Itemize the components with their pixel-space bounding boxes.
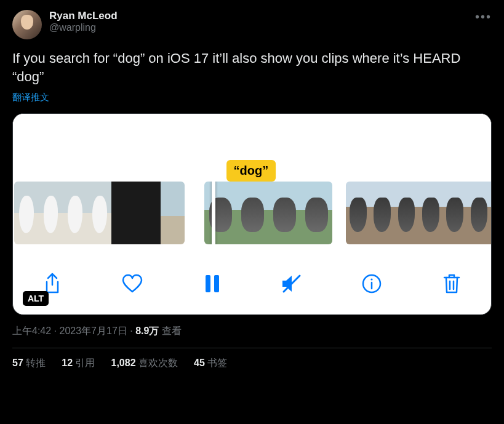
tweet-date[interactable]: 2023年7月17日	[59, 326, 127, 336]
clip-group[interactable]	[204, 182, 332, 244]
clip-thumbnail[interactable]	[370, 182, 394, 244]
tweet-meta: 上午4:42 · 2023年7月17日 · 8.9万 查看	[12, 325, 492, 338]
search-term-chip: “dog”	[226, 160, 276, 182]
quotes-stat[interactable]: 12 引用	[62, 357, 95, 370]
retweets-stat[interactable]: 57 转推	[12, 357, 46, 370]
user-handle: @warpling	[49, 22, 118, 33]
info-icon[interactable]	[359, 271, 384, 296]
clip-thumbnail[interactable]	[300, 182, 332, 244]
clip-thumbnail[interactable]	[442, 182, 466, 244]
clip-group[interactable]	[346, 182, 491, 244]
svg-rect-0	[206, 275, 210, 292]
divider	[12, 348, 492, 348]
display-name: Ryan McLeod	[49, 10, 118, 22]
trash-icon[interactable]	[439, 271, 464, 296]
heart-icon[interactable]	[120, 271, 145, 296]
tweet-container: Ryan McLeod @warpling ••• If you search …	[0, 0, 504, 376]
bookmarks-stat[interactable]: 45 书签	[194, 357, 227, 370]
clip-thumbnail[interactable]	[467, 182, 491, 244]
clip-thumbnail[interactable]	[394, 182, 418, 244]
svg-point-4	[371, 279, 373, 281]
clip-thumbnail[interactable]	[39, 182, 63, 244]
avatar[interactable]	[12, 10, 42, 39]
clip-thumbnail[interactable]	[136, 182, 161, 244]
media-blank-area: “dog”	[13, 114, 491, 182]
translate-link[interactable]: 翻译推文	[12, 92, 492, 103]
more-icon[interactable]: •••	[475, 10, 492, 24]
user-info[interactable]: Ryan McLeod @warpling	[49, 10, 118, 33]
clip-thumbnail[interactable]	[63, 182, 87, 244]
clip-thumbnail[interactable]	[268, 182, 300, 244]
tweet-stats: 57 转推 12 引用 1,082 喜欢次数 45 书签	[12, 357, 492, 370]
clip-thumbnail[interactable]	[204, 182, 236, 244]
clip-thumbnail[interactable]	[161, 182, 185, 244]
likes-stat[interactable]: 1,082 喜欢次数	[111, 357, 178, 370]
clip-thumbnail[interactable]	[14, 182, 39, 244]
clip-thumbnail[interactable]	[236, 182, 268, 244]
video-timeline[interactable]	[13, 182, 491, 244]
clip-group[interactable]	[14, 182, 185, 244]
playhead-icon[interactable]	[212, 182, 215, 244]
pause-icon[interactable]	[200, 271, 225, 296]
tweet-text: If you search for “dog” on iOS 17 it’ll …	[12, 49, 492, 86]
clip-thumbnail[interactable]	[87, 182, 112, 244]
media-card[interactable]: “dog”	[12, 113, 492, 315]
mute-icon[interactable]	[279, 271, 304, 296]
media-toolbar	[13, 253, 491, 314]
clip-thumbnail[interactable]	[346, 182, 370, 244]
clip-thumbnail[interactable]	[111, 182, 136, 244]
clip-thumbnail[interactable]	[418, 182, 442, 244]
tweet-time[interactable]: 上午4:42	[12, 326, 51, 336]
alt-badge[interactable]: ALT	[23, 291, 49, 306]
svg-rect-1	[214, 275, 219, 292]
tweet-header: Ryan McLeod @warpling •••	[12, 10, 492, 39]
view-count: 8.9万	[135, 326, 159, 336]
view-label: 查看	[159, 326, 181, 336]
